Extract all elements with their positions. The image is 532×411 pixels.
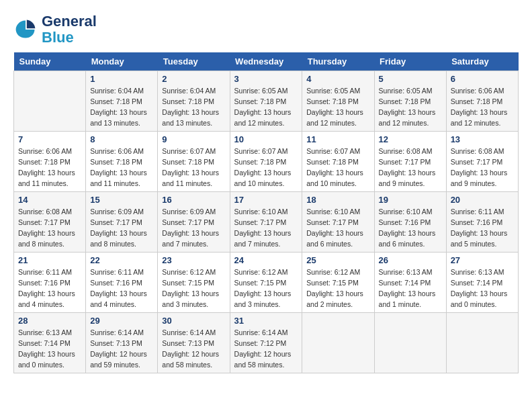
- logo: General Blue: [13, 13, 97, 46]
- calendar-cell: 13Sunrise: 6:08 AM Sunset: 7:17 PM Dayli…: [446, 132, 518, 192]
- day-info: Sunrise: 6:07 AM Sunset: 7:18 PM Dayligh…: [234, 146, 298, 189]
- calendar-cell: 29Sunrise: 6:14 AM Sunset: 7:13 PM Dayli…: [86, 313, 158, 373]
- day-number: 5: [379, 74, 442, 84]
- day-number: 25: [306, 255, 369, 265]
- day-number: 11: [306, 134, 369, 144]
- day-info: Sunrise: 6:08 AM Sunset: 7:17 PM Dayligh…: [18, 207, 81, 249]
- day-info: Sunrise: 6:09 AM Sunset: 7:17 PM Dayligh…: [162, 207, 225, 249]
- day-number: 6: [451, 74, 514, 84]
- day-number: 3: [234, 74, 298, 84]
- day-number: 23: [162, 255, 225, 265]
- day-info: Sunrise: 6:09 AM Sunset: 7:17 PM Dayligh…: [90, 207, 153, 249]
- day-info: Sunrise: 6:12 AM Sunset: 7:15 PM Dayligh…: [234, 267, 298, 310]
- calendar-cell: 4Sunrise: 6:05 AM Sunset: 7:18 PM Daylig…: [302, 71, 374, 132]
- calendar-cell: [374, 313, 446, 373]
- day-info: Sunrise: 6:13 AM Sunset: 7:14 PM Dayligh…: [18, 328, 81, 370]
- day-info: Sunrise: 6:08 AM Sunset: 7:17 PM Dayligh…: [451, 146, 514, 189]
- calendar-cell: 20Sunrise: 6:11 AM Sunset: 7:16 PM Dayli…: [446, 192, 518, 253]
- day-number: 10: [234, 134, 298, 144]
- day-header-saturday: Saturday: [446, 52, 518, 71]
- calendar-cell: 8Sunrise: 6:06 AM Sunset: 7:18 PM Daylig…: [86, 132, 158, 192]
- day-number: 2: [162, 74, 225, 84]
- day-info: Sunrise: 6:14 AM Sunset: 7:12 PM Dayligh…: [234, 328, 298, 370]
- day-number: 17: [234, 195, 298, 205]
- day-number: 29: [90, 316, 153, 326]
- calendar-cell: 5Sunrise: 6:05 AM Sunset: 7:18 PM Daylig…: [374, 71, 446, 132]
- day-info: Sunrise: 6:06 AM Sunset: 7:18 PM Dayligh…: [18, 146, 81, 189]
- calendar-cell: [302, 313, 374, 373]
- calendar-cell: 19Sunrise: 6:10 AM Sunset: 7:16 PM Dayli…: [374, 192, 446, 253]
- calendar-cell: 6Sunrise: 6:06 AM Sunset: 7:18 PM Daylig…: [446, 71, 518, 132]
- calendar-cell: 10Sunrise: 6:07 AM Sunset: 7:18 PM Dayli…: [230, 132, 302, 192]
- day-number: 22: [90, 255, 153, 265]
- calendar-cell: 15Sunrise: 6:09 AM Sunset: 7:17 PM Dayli…: [86, 192, 158, 253]
- calendar-cell: 23Sunrise: 6:12 AM Sunset: 7:15 PM Dayli…: [158, 253, 230, 313]
- day-number: 9: [162, 134, 225, 144]
- week-row-4: 21Sunrise: 6:11 AM Sunset: 7:16 PM Dayli…: [14, 253, 519, 313]
- day-number: 13: [451, 134, 514, 144]
- day-number: 31: [234, 316, 298, 326]
- logo-icon: [13, 17, 38, 42]
- day-info: Sunrise: 6:14 AM Sunset: 7:13 PM Dayligh…: [90, 328, 153, 370]
- day-header-sunday: Sunday: [14, 52, 86, 71]
- week-row-1: 1Sunrise: 6:04 AM Sunset: 7:18 PM Daylig…: [14, 71, 519, 132]
- calendar-cell: 7Sunrise: 6:06 AM Sunset: 7:18 PM Daylig…: [14, 132, 86, 192]
- calendar-cell: 1Sunrise: 6:04 AM Sunset: 7:18 PM Daylig…: [86, 71, 158, 132]
- day-info: Sunrise: 6:10 AM Sunset: 7:17 PM Dayligh…: [306, 207, 369, 249]
- day-number: 14: [18, 195, 81, 205]
- day-info: Sunrise: 6:07 AM Sunset: 7:18 PM Dayligh…: [162, 146, 225, 189]
- calendar-cell: 22Sunrise: 6:11 AM Sunset: 7:16 PM Dayli…: [86, 253, 158, 313]
- header: General Blue: [13, 13, 519, 46]
- day-info: Sunrise: 6:06 AM Sunset: 7:18 PM Dayligh…: [451, 86, 514, 128]
- day-number: 26: [379, 255, 442, 265]
- day-number: 7: [18, 134, 81, 144]
- day-info: Sunrise: 6:05 AM Sunset: 7:18 PM Dayligh…: [379, 86, 442, 128]
- day-number: 16: [162, 195, 225, 205]
- calendar-cell: 30Sunrise: 6:14 AM Sunset: 7:13 PM Dayli…: [158, 313, 230, 373]
- day-number: 20: [451, 195, 514, 205]
- day-info: Sunrise: 6:12 AM Sunset: 7:15 PM Dayligh…: [162, 267, 225, 310]
- day-number: 12: [379, 134, 442, 144]
- day-header-wednesday: Wednesday: [230, 52, 302, 71]
- day-number: 19: [379, 195, 442, 205]
- day-info: Sunrise: 6:05 AM Sunset: 7:18 PM Dayligh…: [306, 86, 369, 128]
- day-number: 28: [18, 316, 81, 326]
- day-info: Sunrise: 6:05 AM Sunset: 7:18 PM Dayligh…: [234, 86, 298, 128]
- calendar-cell: 12Sunrise: 6:08 AM Sunset: 7:17 PM Dayli…: [374, 132, 446, 192]
- calendar-cell: 25Sunrise: 6:12 AM Sunset: 7:15 PM Dayli…: [302, 253, 374, 313]
- day-info: Sunrise: 6:08 AM Sunset: 7:17 PM Dayligh…: [379, 146, 442, 189]
- day-info: Sunrise: 6:04 AM Sunset: 7:18 PM Dayligh…: [90, 86, 153, 128]
- day-info: Sunrise: 6:13 AM Sunset: 7:14 PM Dayligh…: [379, 267, 442, 310]
- calendar-cell: 14Sunrise: 6:08 AM Sunset: 7:17 PM Dayli…: [14, 192, 86, 253]
- logo-text: General Blue: [42, 13, 97, 46]
- day-header-friday: Friday: [374, 52, 446, 71]
- day-info: Sunrise: 6:10 AM Sunset: 7:16 PM Dayligh…: [379, 207, 442, 249]
- calendar-cell: 18Sunrise: 6:10 AM Sunset: 7:17 PM Dayli…: [302, 192, 374, 253]
- day-info: Sunrise: 6:12 AM Sunset: 7:15 PM Dayligh…: [306, 267, 369, 310]
- day-info: Sunrise: 6:11 AM Sunset: 7:16 PM Dayligh…: [90, 267, 153, 310]
- calendar-cell: 3Sunrise: 6:05 AM Sunset: 7:18 PM Daylig…: [230, 71, 302, 132]
- calendar-cell: 21Sunrise: 6:11 AM Sunset: 7:16 PM Dayli…: [14, 253, 86, 313]
- calendar-cell: 27Sunrise: 6:13 AM Sunset: 7:14 PM Dayli…: [446, 253, 518, 313]
- calendar-cell: 2Sunrise: 6:04 AM Sunset: 7:18 PM Daylig…: [158, 71, 230, 132]
- day-info: Sunrise: 6:14 AM Sunset: 7:13 PM Dayligh…: [162, 328, 225, 370]
- day-header-thursday: Thursday: [302, 52, 374, 71]
- calendar-cell: 28Sunrise: 6:13 AM Sunset: 7:14 PM Dayli…: [14, 313, 86, 373]
- calendar-table: SundayMondayTuesdayWednesdayThursdayFrid…: [13, 52, 519, 373]
- calendar-cell: 9Sunrise: 6:07 AM Sunset: 7:18 PM Daylig…: [158, 132, 230, 192]
- day-info: Sunrise: 6:10 AM Sunset: 7:17 PM Dayligh…: [234, 207, 298, 249]
- day-header-tuesday: Tuesday: [158, 52, 230, 71]
- calendar-cell: 24Sunrise: 6:12 AM Sunset: 7:15 PM Dayli…: [230, 253, 302, 313]
- day-info: Sunrise: 6:07 AM Sunset: 7:18 PM Dayligh…: [306, 146, 369, 189]
- week-row-2: 7Sunrise: 6:06 AM Sunset: 7:18 PM Daylig…: [14, 132, 519, 192]
- calendar-cell: 31Sunrise: 6:14 AM Sunset: 7:12 PM Dayli…: [230, 313, 302, 373]
- day-info: Sunrise: 6:04 AM Sunset: 7:18 PM Dayligh…: [162, 86, 225, 128]
- day-info: Sunrise: 6:11 AM Sunset: 7:16 PM Dayligh…: [451, 207, 514, 249]
- header-row: SundayMondayTuesdayWednesdayThursdayFrid…: [14, 52, 519, 71]
- day-number: 18: [306, 195, 369, 205]
- day-number: 15: [90, 195, 153, 205]
- calendar-cell: [446, 313, 518, 373]
- week-row-3: 14Sunrise: 6:08 AM Sunset: 7:17 PM Dayli…: [14, 192, 519, 253]
- day-number: 27: [451, 255, 514, 265]
- calendar-cell: 26Sunrise: 6:13 AM Sunset: 7:14 PM Dayli…: [374, 253, 446, 313]
